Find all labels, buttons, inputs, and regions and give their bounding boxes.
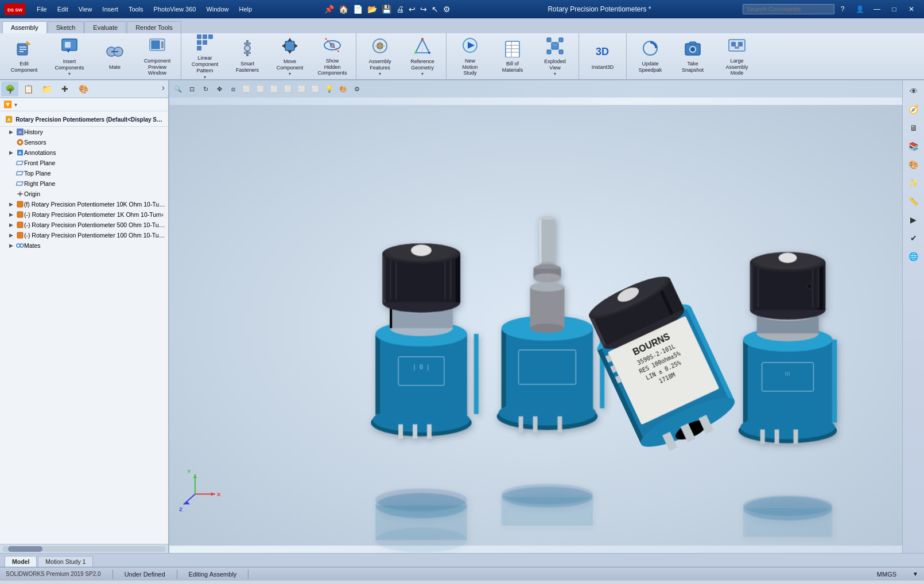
smart-fasteners-button[interactable]: Smart Fasteners — [227, 33, 268, 79]
tab-sketch[interactable]: Sketch — [48, 21, 84, 33]
vp-section-icon[interactable]: ⧈ — [227, 83, 239, 95]
panel-tab-tree[interactable]: 🌳 — [1, 81, 18, 96]
menu-tools[interactable]: Tools — [124, 3, 148, 15]
redo-icon[interactable]: ↪ — [419, 3, 428, 15]
menu-view[interactable]: View — [74, 3, 97, 15]
tree-item-pot-100[interactable]: ▶ (-) Rotary Precision Potentiometer 100… — [0, 230, 168, 240]
vp-settings-icon[interactable]: ⚙ — [351, 83, 363, 95]
new-icon[interactable]: 📄 — [352, 3, 364, 15]
tree-item-sensors[interactable]: ▶ Sensors — [0, 137, 168, 147]
menu-help[interactable]: Help — [235, 3, 257, 15]
rp-sim-icon[interactable]: ▶ — [905, 211, 922, 228]
move-component-button[interactable]: Move Component ▼ — [269, 33, 310, 79]
edit-component-button[interactable]: Edit Component — [3, 33, 45, 79]
svg-marker-80 — [16, 172, 23, 175]
insert-components-button[interactable]: Insert Components ▼ — [46, 33, 93, 79]
new-motion-study-button[interactable]: New Motion Study — [449, 33, 491, 79]
tab-assembly[interactable]: Assembly — [2, 21, 47, 33]
show-hidden-button[interactable]: Show Hidden Components — [312, 33, 353, 79]
close-btn[interactable]: ✕ — [903, 3, 919, 15]
3d-scene[interactable]: | O | — [169, 98, 902, 553]
vp-view2-icon[interactable]: ⬜ — [254, 83, 267, 95]
panel-tab-add[interactable]: ✚ — [56, 81, 73, 96]
bill-of-materials-button[interactable]: Bill of Materials — [492, 33, 533, 79]
reference-geometry-button[interactable]: Reference Geometry ▼ — [402, 33, 443, 79]
menu-edit[interactable]: Edit — [53, 3, 73, 15]
bottom-tab-model[interactable]: Model — [5, 556, 37, 567]
horizontal-scrollthumb[interactable] — [8, 546, 42, 552]
print-icon[interactable]: 🖨 — [395, 3, 405, 15]
mate-button[interactable]: Mate — [94, 33, 135, 79]
units-dropdown[interactable]: ▼ — [913, 571, 918, 577]
rp-check-icon[interactable]: ✔ — [905, 229, 922, 247]
tab-render-tools[interactable]: Render Tools — [127, 21, 181, 33]
tree-item-pot-500[interactable]: ▶ (-) Rotary Precision Potentiometer 500… — [0, 220, 168, 230]
menu-file[interactable]: File — [32, 3, 52, 15]
vp-view3-icon[interactable]: ⬜ — [268, 83, 281, 95]
svg-rect-26 — [244, 52, 251, 54]
tree-item-origin[interactable]: ▶ Origin — [0, 189, 168, 199]
horizontal-scrolltrack[interactable] — [2, 546, 166, 552]
tree-item-history[interactable]: ▶ H History — [0, 127, 168, 137]
undo-icon[interactable]: ↩ — [407, 3, 417, 15]
vp-view6-icon[interactable]: ⬜ — [309, 83, 322, 95]
menu-insert[interactable]: Insert — [98, 3, 123, 15]
tree-item-pot-1k[interactable]: ▶ (-) Rotary Precision Potentiometer 1K … — [0, 209, 168, 220]
panel-expand-icon[interactable]: › — [160, 81, 167, 96]
rp-render-icon[interactable]: ✨ — [905, 174, 922, 192]
menu-photoview[interactable]: PhotoView 360 — [149, 3, 201, 15]
menu-window[interactable]: Window — [201, 3, 233, 15]
3d-viewport[interactable]: 🔍 ⊡ ↻ ✥ ⧈ ⬜ ⬜ ⬜ ⬜ ⬜ ⬜ 💡 🎨 ⚙ — [169, 80, 902, 553]
svg-rect-28 — [285, 41, 294, 50]
tree-item-right-plane[interactable]: ▶ Right Plane — [0, 178, 168, 189]
pin-icon[interactable]: 📌 — [323, 3, 335, 15]
tree-item-top-plane[interactable]: ▶ Top Plane — [0, 168, 168, 178]
panel-tab-appearance[interactable]: 🎨 — [75, 81, 92, 96]
home-icon[interactable]: 🏠 — [337, 3, 350, 15]
rp-view-icon[interactable]: 👁 — [905, 83, 922, 100]
minimize-btn[interactable]: — — [869, 3, 885, 15]
rp-orient-icon[interactable]: 🧭 — [905, 101, 922, 118]
vp-zoom-fit-icon[interactable]: ⊡ — [185, 83, 198, 95]
settings-icon[interactable]: ⚙ — [442, 3, 452, 15]
save-icon[interactable]: 💾 — [381, 3, 393, 15]
cursor-icon[interactable]: ↖ — [430, 3, 440, 15]
vp-rotate-icon[interactable]: ↻ — [199, 83, 212, 95]
tree-item-pot-10k[interactable]: ▶ (f) Rotary Precision Potentiometer 10K… — [0, 199, 168, 209]
vp-view4-icon[interactable]: ⬜ — [282, 83, 294, 95]
rp-material-icon[interactable]: 🎨 — [905, 156, 922, 173]
tree-item-annotations[interactable]: ▶ A Annotations — [0, 147, 168, 158]
restore-btn[interactable]: □ — [886, 3, 902, 15]
vp-view1-icon[interactable]: ⬜ — [240, 83, 253, 95]
panel-tab-properties[interactable]: 📋 — [20, 81, 37, 96]
update-speedpak-button[interactable]: Update Speedpak — [630, 33, 671, 79]
tree-item-mates[interactable]: ▶ Mates — [0, 240, 168, 251]
vp-pan-icon[interactable]: ✥ — [213, 83, 226, 95]
help-btn[interactable]: ? — [834, 3, 851, 15]
vp-shading-icon[interactable]: 💡 — [323, 83, 336, 95]
large-assembly-mode-button[interactable]: Large Assembly Mode — [715, 33, 759, 79]
tree-root-item[interactable]: A Rotary Precision Potentiometers (Defau… — [0, 112, 168, 127]
panel-tab-files[interactable]: 📁 — [38, 81, 55, 96]
tree-item-front-plane[interactable]: ▶ Front Plane — [0, 158, 168, 168]
component-preview-button[interactable]: Component Preview Window — [137, 33, 178, 79]
svg-rect-147 — [502, 497, 593, 525]
rp-measure-icon[interactable]: 📏 — [905, 193, 922, 210]
rp-display-icon[interactable]: 🖥 — [905, 119, 922, 137]
rp-layer-icon[interactable]: 📚 — [905, 138, 922, 155]
search-input[interactable] — [743, 4, 834, 14]
vp-zoom-icon[interactable]: 🔍 — [172, 83, 184, 95]
instant3d-button[interactable]: 3D Instant3D — [582, 33, 623, 79]
assembly-features-button[interactable]: Assembly Features ▼ — [359, 33, 401, 79]
take-snapshot-button[interactable]: Take Snapshot — [672, 33, 713, 79]
open-icon[interactable]: 📂 — [366, 3, 378, 15]
tab-evaluate[interactable]: Evaluate — [84, 21, 126, 33]
bottom-tab-motion-study[interactable]: Motion Study 1 — [38, 556, 93, 567]
exploded-view-button[interactable]: Exploded View ▼ — [534, 33, 576, 79]
vp-color-icon[interactable]: 🎨 — [337, 83, 350, 95]
user-btn[interactable]: 👤 — [852, 3, 868, 15]
rp-unknown-icon[interactable]: 🌐 — [905, 248, 922, 265]
vp-view5-icon[interactable]: ⬜ — [296, 83, 308, 95]
filter-icon[interactable]: 🔽 — [3, 100, 12, 108]
linear-pattern-button[interactable]: Linear Component Pattern ▼ — [184, 33, 226, 79]
